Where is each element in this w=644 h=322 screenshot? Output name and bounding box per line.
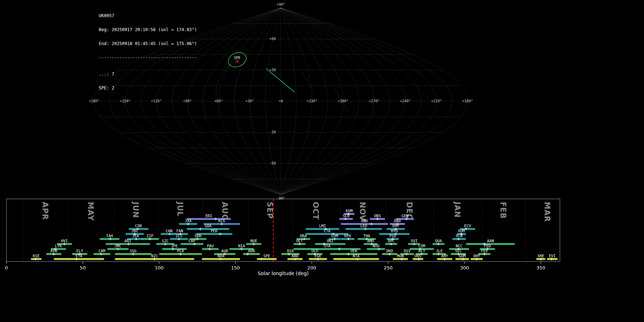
shower-code-label: GEM: [401, 214, 408, 218]
map-lon-label: +60°: [214, 99, 223, 103]
map-lon-label: +210°: [431, 99, 442, 103]
shower-code-label: NIA: [238, 244, 245, 248]
shower-code-label: CAM: [98, 249, 105, 253]
shower-code-label: SCC: [455, 249, 462, 253]
shower-code-label: AHY: [441, 254, 448, 258]
x-axis-title: Solar longitude (deg): [258, 270, 309, 276]
map-lon-label: +270°: [369, 99, 380, 103]
map-lon-label: +30°: [245, 99, 254, 103]
shower-code-label: DKD: [386, 249, 393, 253]
shower-code-label: URS: [415, 254, 421, 258]
shower-code-label: NDA: [218, 254, 225, 258]
shower-code-label: TAH: [106, 234, 113, 238]
shower-code-label: LYR: [55, 244, 62, 248]
shower-code-label: OER: [350, 249, 357, 253]
shower-code-label: IIP: [147, 234, 153, 238]
shower-code-label: JXA: [185, 219, 192, 223]
shower-code-label: AMO: [367, 239, 374, 243]
shower-code-label: AUD: [221, 249, 228, 253]
shower-bar-LEO: [345, 228, 382, 230]
x-axis-tick-label: 0: [5, 265, 8, 270]
shower-code-label: JPE: [171, 244, 178, 248]
shower-code-label: HVI: [61, 239, 68, 243]
shower-code-label: SZC: [162, 239, 169, 243]
x-axis-tick-label: 300: [460, 265, 469, 270]
shower-bar-LMI: [306, 228, 339, 230]
shower-code-label: ETA: [75, 254, 83, 258]
shower-code-label: THA: [364, 234, 371, 238]
shower-code-label: JBC: [131, 229, 138, 233]
shower-code-label: GUM: [459, 254, 465, 258]
shower-code-label: ARD: [292, 254, 298, 258]
shower-code-label: ELY: [76, 249, 83, 253]
shower-code-label: CAP: [189, 239, 195, 243]
shower-code-label: LMI: [319, 224, 326, 228]
info-separator: --------------------------------------: [99, 55, 197, 60]
begin-time: Beg: 20250917 20:10:56 (sol = 174.83°): [99, 28, 197, 32]
shower-code-label: OHY: [473, 254, 480, 258]
month-label: MAY: [86, 202, 95, 221]
shower-bar-NTA: [333, 258, 379, 260]
shower-bar-CAP: [181, 243, 204, 245]
shower-code-label: EHY: [392, 224, 400, 228]
meteor-trail: [266, 68, 295, 92]
shower-code-label: JLE: [436, 249, 443, 253]
shower-code-label: SPE: [263, 254, 270, 258]
map-lon-label: +300°: [338, 99, 348, 103]
map-lon-label: +0: [279, 99, 283, 103]
month-label: OCT: [311, 202, 320, 220]
x-axis-tick-label: 350: [536, 265, 545, 270]
shower-bar-NOO: [367, 248, 385, 250]
shower-code-label: PER: [211, 229, 218, 233]
map-meridian: [281, 8, 436, 195]
shower-code-label: DSV: [404, 249, 411, 253]
meteor-trail: [302, 73, 313, 90]
shower-code-label: OCU: [312, 249, 318, 253]
shower-code-label: ECV: [464, 224, 471, 228]
shower-code-label: LEO: [360, 224, 367, 228]
map-lat-label: +30: [269, 68, 276, 72]
shower-bar-SDA: [187, 228, 230, 230]
shower-code-label: OCT: [296, 239, 303, 243]
shower-code-label: AND: [361, 219, 368, 223]
shower-code-label: SSG: [130, 249, 137, 253]
shower-code-label: FAN: [176, 229, 183, 233]
plot-canvas: +180°+150°+120°+90°+60°+30°+0+330°+300°+…: [0, 0, 644, 322]
shower-code-label: ZCS: [176, 234, 182, 238]
map-lon-label: +180°: [89, 99, 99, 103]
shower-code-label: FEV: [481, 249, 488, 253]
shower-code-label: COM: [418, 244, 425, 248]
shower-bar-SPE: [257, 258, 277, 260]
month-label: APR: [41, 202, 49, 220]
radiant-drift-path: [216, 61, 236, 105]
shower-code-label: NZC: [151, 254, 158, 258]
month-label: MAR: [543, 202, 551, 222]
shower-code-label: DSX: [287, 249, 294, 253]
shower-code-label: AUR: [248, 249, 255, 253]
map-lat-label: +60: [269, 37, 276, 41]
shower-code-label: ERI: [205, 214, 212, 218]
meteor-radiant-app: +180°+150°+120°+90°+60°+30°+0+330°+300°+…: [0, 0, 644, 322]
month-label: SEP: [265, 202, 274, 219]
shower-code-label: FED: [484, 244, 491, 248]
map-pole-label-north: +90°: [277, 3, 285, 6]
shower-code-label: PAU: [207, 244, 214, 248]
x-axis-tick-label: 250: [384, 265, 392, 270]
shower-code-label: EGE: [314, 254, 321, 258]
shower-code-label: PSU: [389, 234, 396, 238]
month-label: AUG: [220, 202, 229, 221]
month-label: JUL: [176, 201, 184, 216]
shower-code-label: MON: [397, 254, 404, 258]
shower-code-label: NCC: [456, 244, 463, 248]
x-axis-tick-label: 50: [80, 265, 86, 270]
shower-code-label: KCG: [218, 219, 225, 223]
map-lon-label: +180°: [462, 99, 473, 103]
shower-code-label: EVI: [549, 254, 556, 258]
x-axis-tick-label: 200: [307, 265, 316, 270]
shower-code-label: NUE: [250, 239, 257, 243]
map-lat-label: -30: [269, 130, 276, 134]
x-axis-tick-label: 150: [231, 265, 240, 270]
month-label: FEB: [499, 202, 507, 219]
shower-code-label: AAN: [487, 239, 494, 243]
shower-bar-AUR: [243, 253, 260, 255]
